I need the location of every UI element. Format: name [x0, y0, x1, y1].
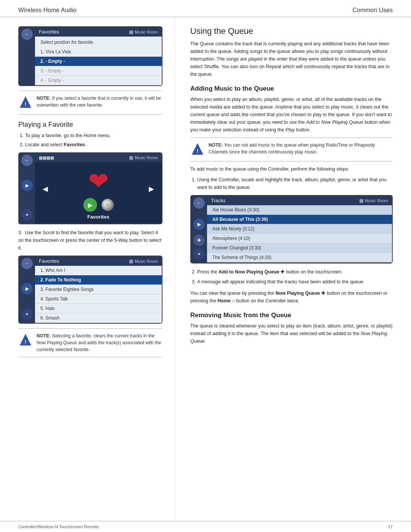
add-steps: Using the Controller, locate and highlig… [197, 176, 393, 191]
screen-main-1: Favorites ▩ Music Room Select position f… [35, 27, 162, 85]
play-circle-button[interactable]: ▶ [83, 198, 97, 212]
content-area: ← Favorites ▩ Music Room Select position… [0, 17, 411, 521]
left-arrow-icon[interactable]: ◀ [43, 185, 48, 193]
adding-music-text: When you select to play an album, playli… [190, 96, 393, 134]
signal-bars-icon-disp: ▩ [129, 155, 133, 160]
note-box-3: ! NOTE: You can not add music to the que… [190, 137, 393, 161]
signal-bars-icon-tracks: ▩ [359, 198, 363, 203]
adding-music-title: Adding Music to the Queue [190, 85, 393, 93]
list-item[interactable]: Ale House Blues (3:30) [207, 205, 392, 215]
page-footer: Controller/Wireless-N Touchscreen Remote… [0, 521, 411, 532]
screen-sidebar-tracks: ← ▶ ✚ ⚭ [191, 196, 207, 263]
cd-icon-2[interactable]: ⚭ [21, 308, 33, 320]
screen-main-disp: ▩▩▩▩ ▩ Music Room ◀ ❤ [35, 153, 162, 224]
cd-icon-tracks[interactable]: ⚭ [193, 248, 205, 260]
list-item[interactable]: 2. - Empty - [35, 57, 162, 66]
back-button-icon[interactable]: ← [21, 29, 33, 40]
heart-icon: ❤ [88, 169, 109, 193]
play-icon-tracks[interactable]: ▶ [193, 219, 205, 230]
list-item[interactable]: 1. Viva La Vida [35, 47, 162, 57]
svg-text:!: ! [25, 101, 26, 107]
screen-sidebar-1: ← [19, 27, 35, 85]
cd-icon-disp[interactable]: ⚭ [21, 209, 33, 220]
list-item[interactable]: 4. Sports Talk [35, 294, 162, 304]
screen-header-tracks: Tracks ▩ Music Room [207, 196, 392, 205]
playing-section-title: Playing a Favorite [18, 121, 162, 129]
step3-text: 3. Use the Scroll to find the favorite t… [18, 229, 162, 252]
note-triangle-icon-1: ! [18, 95, 33, 110]
using-queue-text: The Queue contains the track that is cur… [190, 40, 393, 78]
signal-label-1: Music Room [135, 30, 158, 34]
screen-layout-1: ← Favorites ▩ Music Room Select position… [19, 27, 162, 85]
add-icon-tracks[interactable]: ✚ [193, 235, 205, 246]
note-content-1: If you select a favorite that is current… [37, 96, 161, 108]
screen-title-2: Favorites [39, 258, 59, 264]
page: Wireless Home Audio Common Uses ← Favori… [0, 0, 411, 532]
signal-label-tracks: Music Room [365, 198, 388, 203]
screen-header-disp: ▩▩▩▩ ▩ Music Room [35, 153, 162, 162]
screen-main-2: Favorites ▩ Music Room 1. Who Am I2. Fad… [35, 256, 162, 323]
list-item[interactable]: All Because of This (3:39) [207, 215, 392, 224]
signal-bars-icon-2: ▩ [129, 259, 133, 264]
screen-sidebar-2: ← ▶ ⚭ [19, 256, 35, 323]
screen-list-tracks: Ale House Blues (3:30)All Because of Thi… [207, 205, 392, 262]
playing-step-2: Locate and select Favorites. [25, 141, 162, 149]
removing-title: Removing Music from the Queue [190, 312, 393, 319]
list-item[interactable]: The Scheme of Things (4:28) [207, 253, 392, 262]
note-bold-1: NOTE: [37, 96, 51, 101]
note-box-1: ! NOTE: If you select a favorite that is… [18, 91, 162, 115]
right-arrow-icon[interactable]: ▶ [149, 185, 154, 193]
list-item[interactable]: Atmosphere (4:10) [207, 234, 392, 243]
signal-label-disp: Music Room [135, 155, 158, 160]
list-item[interactable]: Forever Changed (3:30) [207, 243, 392, 253]
play-icon-2[interactable]: ▶ [21, 283, 33, 294]
list-item[interactable]: 2. Fade To Nothing [35, 275, 162, 285]
list-item[interactable]: 1. Who Am I [35, 266, 162, 275]
playing-step-1: To play a favorite, go to the Home menu. [25, 132, 162, 139]
signal-label-2: Music Room [135, 259, 158, 264]
add-steps-2: Press the Add to Now Playing Queue ✚ but… [197, 268, 393, 286]
left-column: ← Favorites ▩ Music Room Select position… [0, 17, 175, 521]
queue-view-text: You can view the queue by pressing the N… [190, 289, 393, 305]
screen-sidebar-disp: ← ▶ ⚭ [19, 153, 35, 224]
note-bold-3: NOTE: [209, 142, 223, 148]
add-steps-intro: To add music to the queue using the Cont… [190, 165, 393, 173]
screen-main-tracks: Tracks ▩ Music Room Ale House Blues (3:3… [207, 196, 392, 263]
play-icon-disp[interactable]: ▶ [21, 180, 33, 191]
using-queue-title: Using the Queue [190, 26, 393, 36]
screen-title-1: Favorites [39, 29, 59, 35]
list-item[interactable]: 5. Halo [35, 304, 162, 313]
list-item[interactable]: 3. - Empty - [35, 66, 162, 76]
back-icon-2[interactable]: ← [21, 258, 33, 269]
favorites-nav: ◀ ❤ ▶ ♫ [39, 166, 158, 212]
svg-text:!: ! [25, 339, 26, 345]
screen-header-1: Favorites ▩ Music Room [35, 27, 162, 37]
screen-signal-1: ▩ Music Room [129, 29, 158, 35]
note-triangle-icon-2: ! [18, 332, 33, 353]
screen-header-2: Favorites ▩ Music Room [35, 256, 162, 266]
screen-signal-2: ▩ Music Room [129, 259, 158, 264]
heart-container: ❤ ▶ ♫ [80, 166, 118, 212]
note-box-2: ! NOTE: Selecting a favorite, clears the… [18, 328, 162, 357]
tracks-screen: ← ▶ ✚ ⚭ Tracks ▩ Music Room [190, 195, 393, 264]
back-icon-disp[interactable]: ← [21, 155, 33, 166]
list-item[interactable]: 4. - Empty - [35, 76, 162, 85]
screen-title-tracks: Tracks [211, 198, 226, 203]
list-item[interactable]: Ask Me Nicely (3:12) [207, 224, 392, 234]
page-header: Wireless Home Audio Common Uses [0, 0, 411, 17]
note-bold-2: NOTE: [37, 333, 51, 339]
favorites-display-screen: ← ▶ ⚭ ▩▩▩▩ ▩ Music Room [18, 152, 162, 224]
add-step-3: A message will appear indicating that th… [197, 278, 393, 286]
screen-layout-disp: ← ▶ ⚭ ▩▩▩▩ ▩ Music Room [19, 153, 162, 224]
screen-body-2: 1. Who Am I2. Fade To Nothing3. Favorite… [35, 266, 162, 323]
playing-steps: To play a favorite, go to the Home menu.… [25, 132, 162, 149]
removing-text: The queue is cleared whenever you select… [190, 322, 393, 345]
back-icon-tracks[interactable]: ← [193, 197, 205, 209]
screen-body-1: Select position for favorite. 1. Viva La… [35, 37, 162, 85]
heart-display: ❤ [80, 166, 118, 197]
list-item[interactable]: 6. Smash [35, 313, 162, 323]
note-content-3: You can not add music to the queue when … [209, 142, 375, 155]
list-item[interactable]: 3. Favorite Eighties Songs [35, 285, 162, 294]
footer-left: Controller/Wireless-N Touchscreen Remote [18, 524, 99, 529]
note-triangle-icon-3: ! [190, 142, 205, 157]
